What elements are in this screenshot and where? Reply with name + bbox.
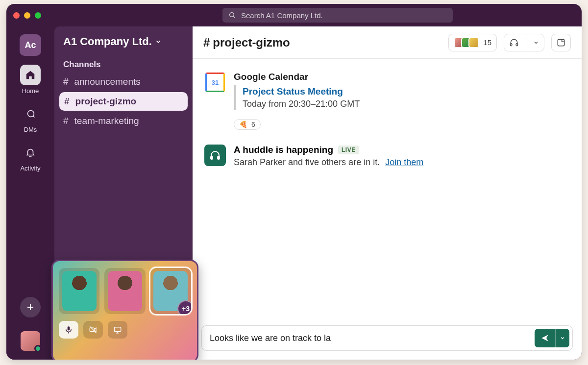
screen-share-icon [113, 325, 122, 334]
close-window-button[interactable] [13, 12, 20, 19]
self-avatar[interactable] [21, 331, 40, 351]
rail-label: DMs [24, 126, 37, 133]
channel-title[interactable]: #project-gizmo [203, 36, 290, 49]
svg-rect-11 [511, 43, 512, 46]
nav-rail: Ac Home DMs Activity [6, 26, 54, 360]
huddle-participant-tiles: +3 [59, 268, 191, 314]
calendar-attachment: Project Status Meeting Today from 20:30–… [234, 85, 570, 110]
svg-line-1 [233, 16, 235, 18]
svg-rect-12 [516, 43, 517, 46]
headphones-icon [209, 149, 221, 161]
hash-icon: # [203, 36, 210, 49]
chevron-down-icon [560, 335, 565, 341]
member-count: 15 [483, 38, 491, 47]
huddle-camera-button[interactable] [83, 321, 103, 339]
channel-header: #project-gizmo 15 [193, 26, 582, 59]
minimize-window-button[interactable] [24, 12, 30, 19]
camera-off-icon [88, 325, 98, 334]
composer-area: Looks like we are on track to la [193, 325, 582, 360]
hash-icon: # [63, 116, 69, 126]
channel-title-name: project-gizmo [213, 36, 290, 49]
reaction-emoji: 🍕 [239, 121, 247, 128]
huddle-participant[interactable] [104, 268, 145, 314]
bell-icon [20, 142, 41, 163]
rail-item-activity[interactable]: Activity [20, 142, 41, 172]
plus-icon [26, 303, 35, 312]
huddle-detail: Sarah Parker and five others are in it. [234, 157, 380, 167]
svg-rect-8 [114, 327, 121, 332]
rail-label: Activity [20, 165, 40, 172]
avatar-stack [454, 37, 479, 48]
home-icon [20, 65, 41, 85]
send-icon [540, 334, 549, 342]
send-options-button[interactable] [555, 329, 569, 347]
rail-item-home[interactable]: Home [20, 65, 41, 95]
canvas-button[interactable] [551, 34, 571, 51]
message-composer[interactable]: Looks like we are on track to la [201, 325, 573, 351]
huddle-widget[interactable]: +3 [51, 260, 198, 360]
rail-item-dms[interactable]: DMs [20, 103, 41, 133]
main-panel: #project-gizmo 15 [193, 26, 582, 360]
workspace-switcher[interactable]: A1 Company Ltd. [54, 33, 193, 57]
event-title-link[interactable]: Project Status Meeting [243, 86, 570, 97]
sidebar: A1 Company Ltd. Channels # announcements… [54, 26, 193, 360]
live-badge: LIVE [338, 146, 359, 154]
section-channels-label: Channels [54, 57, 193, 73]
join-huddle-link[interactable]: Join them [385, 157, 423, 167]
huddle-title: A huddle is happening [234, 145, 333, 155]
avatar [62, 271, 97, 311]
channel-name: project-gizmo [75, 96, 137, 107]
calendar-icon: 31 [205, 73, 225, 92]
svg-rect-14 [211, 156, 213, 159]
window-controls [13, 12, 41, 19]
rail-label: Home [22, 87, 39, 95]
huddle-header-button[interactable] [504, 34, 544, 51]
presence-dot [34, 345, 42, 352]
channel-name: team-marketing [74, 116, 139, 126]
message-list: 31 Google Calendar Project Status Meetin… [193, 59, 582, 325]
huddle-overflow-count[interactable]: +3 [177, 300, 191, 314]
svg-rect-15 [218, 156, 220, 159]
workspace-name: A1 Company Ltd. [63, 35, 152, 48]
event-time: Today from 20:30–21:00 GMT [243, 99, 570, 109]
sidebar-channel-announcements[interactable]: # announcements [54, 73, 193, 91]
sidebar-channel-team-marketing[interactable]: # team-marketing [54, 112, 193, 130]
huddle-avatar [204, 145, 226, 166]
huddle-participant[interactable] [59, 268, 99, 314]
send-button-split [535, 329, 569, 347]
huddle-participant[interactable]: +3 [150, 268, 191, 314]
huddle-mic-button[interactable] [59, 321, 78, 339]
send-button[interactable] [535, 329, 555, 347]
svg-rect-13 [558, 39, 564, 46]
zoom-window-button[interactable] [35, 12, 41, 19]
message-huddle-notice: A huddle is happening LIVE Sarah Parker … [204, 145, 570, 168]
hash-icon: # [64, 96, 70, 107]
svg-point-0 [230, 13, 234, 17]
headphones-icon [504, 34, 524, 51]
message-google-calendar: 31 Google Calendar Project Status Meetin… [204, 72, 570, 130]
reaction-chip[interactable]: 🍕 6 [234, 119, 261, 130]
chevron-down-icon[interactable] [528, 34, 544, 51]
svg-rect-4 [68, 326, 70, 330]
sidebar-channel-project-gizmo[interactable]: # project-gizmo [59, 92, 188, 111]
huddle-screenshare-button[interactable] [108, 321, 127, 339]
hash-icon: # [63, 76, 69, 87]
create-button[interactable] [20, 297, 41, 317]
search-input[interactable]: Search A1 Company Ltd. [222, 8, 453, 23]
reaction-count: 6 [251, 121, 255, 128]
channel-name: announcements [74, 76, 141, 87]
composer-text[interactable]: Looks like we are on track to la [210, 333, 530, 343]
microphone-icon [64, 325, 73, 334]
app-avatar-google-calendar: 31 [204, 72, 226, 93]
search-placeholder: Search A1 Company Ltd. [241, 11, 323, 20]
svg-line-7 [90, 326, 97, 333]
avatar [468, 37, 479, 48]
avatar [108, 271, 142, 311]
dms-icon [20, 103, 41, 124]
workspace-tile[interactable]: Ac [20, 34, 41, 56]
chevron-down-icon [155, 38, 162, 45]
canvas-icon [556, 38, 566, 48]
message-sender[interactable]: Google Calendar [234, 72, 570, 82]
member-count-button[interactable]: 15 [448, 34, 497, 51]
app-window: Search A1 Company Ltd. Ac Home DMs [6, 4, 582, 360]
